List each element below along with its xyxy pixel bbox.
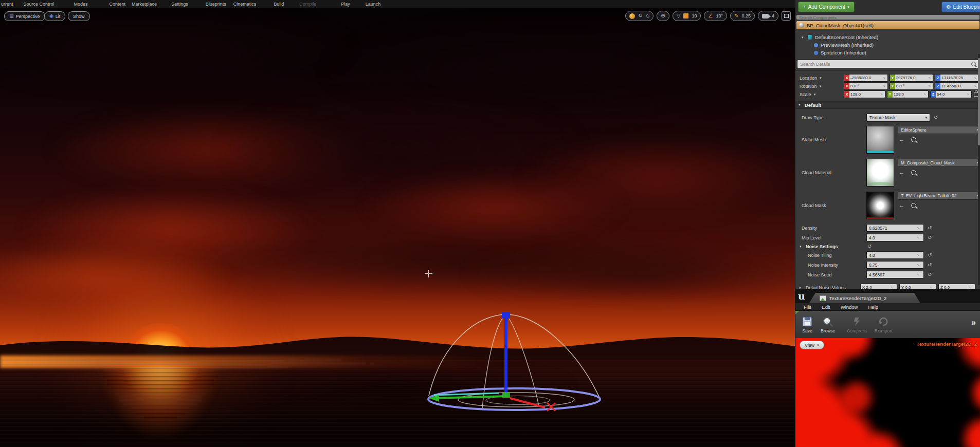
component-row-sprite-icon[interactable]: SpriteIcon (Inherited)	[795, 49, 980, 56]
sprite-component-icon	[814, 51, 818, 55]
rotate-tool-icon[interactable]: ↻	[638, 13, 642, 18]
tab-title: TextureRenderTarget2D_2	[829, 295, 886, 301]
component-row-selected[interactable]: BP_CloudMask_Object41(self)	[796, 21, 979, 29]
reset-icon[interactable]: ↺	[934, 115, 938, 120]
density-label: Density	[795, 226, 866, 231]
grid-snap-icon[interactable]	[683, 13, 688, 18]
toolbar-overflow-chevron[interactable]: »	[971, 318, 976, 327]
location-label[interactable]: Location▼	[797, 76, 844, 81]
location-y-field[interactable]: Y 2979776.0 ↔	[890, 74, 934, 82]
cloud-mask-dropdown[interactable]: T_EV_LightBeam_Falloff_02 ▾	[898, 192, 980, 200]
browse-asset-icon[interactable]	[911, 203, 916, 208]
rotation-y-field[interactable]: Y 0.0 ° ↔	[890, 82, 934, 90]
cloud-material-dropdown[interactable]: M_Composite_Cloud_Mask ▾	[898, 159, 980, 167]
reset-icon[interactable]: ↺	[867, 244, 872, 249]
texture-editor-tab[interactable]: TextureRenderTarget2D_2	[809, 293, 920, 303]
lit-mode-button[interactable]: ◉ Lit	[44, 11, 65, 21]
noise-seed-field[interactable]: 4.56897 ↔	[866, 271, 924, 278]
add-component-button[interactable]: + Add Component ▾	[798, 2, 855, 12]
maximize-viewport-button[interactable]	[782, 11, 791, 21]
use-selected-icon[interactable]: ←	[899, 202, 904, 208]
scale-snap-value[interactable]: 0.25	[741, 13, 751, 18]
noise-intensity-field[interactable]: 0.75 ↔	[866, 261, 924, 269]
draw-type-dropdown[interactable]: Texture Mask ▾	[866, 114, 930, 122]
level-viewport[interactable]: ▤ Perspective ◉ Lit Show ↻ ◇ ⊕ ▽ 10	[0, 8, 795, 447]
menu-item-marketplace[interactable]: Marketplace	[132, 2, 157, 7]
density-field[interactable]: 0.628571 ↔	[866, 224, 924, 232]
scale-y-field[interactable]: Y 128.0 ↔	[887, 90, 929, 98]
texture-asset-icon	[820, 295, 826, 301]
cloud-material-thumbnail[interactable]	[866, 159, 894, 187]
component-row-preview-mesh[interactable]: PreviewMesh (Inherited)	[795, 42, 980, 48]
save-button[interactable]: Save	[802, 316, 813, 333]
density-row: Density 0.628571 ↔ ↺	[795, 224, 980, 232]
axis-y-tag: Y	[890, 74, 895, 81]
reset-icon[interactable]: ↺	[928, 253, 932, 258]
axis-y-tag: Y	[887, 91, 893, 98]
use-selected-icon[interactable]: ←	[899, 137, 904, 142]
scrollbar-thumb[interactable]	[978, 58, 980, 145]
menu-item-file[interactable]: File	[798, 304, 816, 310]
details-scrollbar[interactable]	[978, 54, 980, 285]
menu-item-blueprints[interactable]: Blueprints	[206, 2, 226, 7]
rotation-label[interactable]: Rotation▼	[797, 84, 844, 89]
menu-item-help[interactable]: Help	[863, 304, 883, 310]
menu-item-source-control[interactable]: Source Control	[24, 2, 55, 7]
rotation-snap-icon[interactable]: ∠	[708, 13, 713, 18]
browse-button[interactable]: Browse	[821, 316, 835, 333]
scale-snap-icon[interactable]: ✎	[734, 13, 738, 18]
transform-gizmo[interactable]	[422, 305, 607, 415]
camera-speed-icon[interactable]	[762, 14, 769, 18]
scale-z-field[interactable]: Z 64.0 ↔	[930, 90, 972, 98]
menu-item-current[interactable]: urrent	[1, 2, 13, 7]
reset-icon[interactable]: ↺	[928, 272, 932, 277]
location-z-field[interactable]: Z 1311675.25 ↔	[935, 74, 979, 82]
noise-tiling-label: Noise Tiling	[795, 253, 866, 258]
browse-asset-icon[interactable]	[911, 170, 916, 175]
translate-tool-icon[interactable]	[629, 13, 635, 19]
rotation-snap-value[interactable]: 10°	[716, 13, 723, 18]
mip-level-field[interactable]: 4.0 ↔	[866, 234, 924, 241]
compress-label: Compress	[847, 328, 867, 333]
grid-snap-value[interactable]: 10	[692, 13, 697, 18]
expand-arrow-icon[interactable]: ▾	[802, 35, 805, 40]
menu-item-settings[interactable]: Settings	[171, 2, 188, 7]
transform-section: Location▼ X -2985280.0 ↔ Y 2979776.0 ↔ Z	[795, 70, 980, 101]
perspective-button[interactable]: ▤ Perspective	[4, 11, 45, 21]
camera-speed-value[interactable]: 4	[772, 13, 774, 18]
world-space-icon[interactable]: ⊕	[661, 13, 665, 18]
scale-label[interactable]: Scale▼	[797, 92, 844, 97]
components-search-input[interactable]: Search Components	[796, 15, 979, 20]
reset-icon[interactable]: ↺	[928, 263, 932, 268]
show-flags-button[interactable]: Show	[68, 11, 90, 21]
use-selected-icon[interactable]: ←	[899, 170, 904, 175]
menu-item-modes[interactable]: Modes	[74, 2, 88, 7]
reset-icon[interactable]: ↺	[928, 226, 932, 231]
scale-x-field[interactable]: X 128.0 ↔	[844, 90, 885, 98]
static-mesh-dropdown[interactable]: EditorSphere ▾	[898, 126, 980, 134]
menu-item-content[interactable]: Content	[110, 2, 126, 7]
browse-asset-icon[interactable]	[911, 137, 916, 142]
edit-blueprint-button[interactable]: ⚙ Edit Blueprint	[941, 2, 980, 12]
menu-item-edit[interactable]: Edit	[816, 304, 835, 310]
static-mesh-thumbnail[interactable]	[866, 126, 894, 154]
noise-settings-header[interactable]: ▾ Noise Settings ↺	[795, 244, 980, 249]
surface-snap-icon[interactable]: ▽	[677, 13, 681, 18]
texture-preview[interactable]: View ▾ TextureRenderTarget2D_2	[795, 338, 980, 447]
noise-tiling-field[interactable]: 4.0 ↔	[866, 251, 924, 259]
reset-icon[interactable]: ↺	[928, 235, 932, 240]
menu-item-play[interactable]: Play	[341, 2, 350, 7]
rotation-x-field[interactable]: X 0.0 ° ↔	[844, 82, 888, 90]
view-dropdown-button[interactable]: View ▾	[800, 341, 824, 349]
default-section-header[interactable]: ▾ Default	[795, 101, 980, 109]
menu-item-cinematics[interactable]: Cinematics	[233, 2, 257, 7]
details-search-input[interactable]: Search Details	[797, 60, 979, 68]
rotation-z-field[interactable]: Z 11.466838 ↔	[935, 82, 979, 90]
menu-item-build[interactable]: Build	[274, 2, 284, 7]
location-x-field[interactable]: X -2985280.0 ↔	[844, 74, 888, 82]
menu-item-launch[interactable]: Launch	[366, 2, 381, 7]
cloud-mask-thumbnail[interactable]	[866, 192, 894, 219]
component-row-scene-root[interactable]: ▾ DefaultSceneRoot (Inherited)	[795, 34, 980, 41]
scale-tool-icon[interactable]: ◇	[646, 13, 650, 18]
menu-item-window[interactable]: Window	[836, 304, 863, 310]
